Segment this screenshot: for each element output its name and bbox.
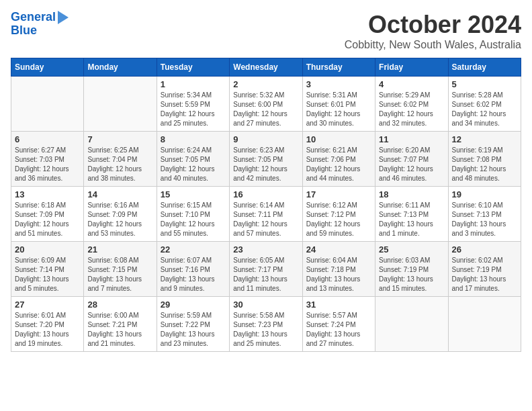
- calendar-table: SundayMondayTuesdayWednesdayThursdayFrid…: [11, 58, 521, 352]
- calendar-day-cell: 13Sunrise: 6:18 AMSunset: 7:09 PMDayligh…: [11, 187, 84, 242]
- calendar-day-cell: 12Sunrise: 6:19 AMSunset: 7:08 PMDayligh…: [448, 132, 521, 187]
- day-info: Sunrise: 5:32 AMSunset: 6:00 PMDaylight:…: [233, 91, 298, 128]
- day-of-week-header: Tuesday: [157, 58, 229, 77]
- day-number: 15: [161, 189, 226, 199]
- day-info: Sunrise: 6:08 AMSunset: 7:15 PMDaylight:…: [87, 256, 152, 293]
- title-block: October 2024 Cobbitty, New South Wales, …: [345, 11, 521, 51]
- day-number: 27: [15, 300, 80, 310]
- calendar-day-cell: [448, 297, 521, 352]
- day-number: 22: [161, 244, 226, 255]
- day-number: 31: [306, 300, 371, 310]
- day-info: Sunrise: 6:02 AMSunset: 7:19 PMDaylight:…: [452, 256, 517, 293]
- calendar-week-row: 27Sunrise: 6:01 AMSunset: 7:20 PMDayligh…: [11, 297, 521, 352]
- day-number: 12: [452, 134, 517, 144]
- calendar-day-cell: 18Sunrise: 6:11 AMSunset: 7:13 PMDayligh…: [375, 187, 448, 242]
- day-info: Sunrise: 6:25 AMSunset: 7:04 PMDaylight:…: [87, 146, 152, 183]
- calendar-day-cell: 25Sunrise: 6:03 AMSunset: 7:19 PMDayligh…: [375, 242, 448, 297]
- day-info: Sunrise: 5:57 AMSunset: 7:24 PMDaylight:…: [306, 311, 371, 349]
- calendar-title: October 2024: [345, 11, 521, 39]
- calendar-day-cell: 15Sunrise: 6:15 AMSunset: 7:10 PMDayligh…: [157, 187, 229, 242]
- calendar-day-cell: 11Sunrise: 6:20 AMSunset: 7:07 PMDayligh…: [375, 132, 448, 187]
- day-number: 24: [306, 244, 371, 255]
- day-info: Sunrise: 6:10 AMSunset: 7:13 PMDaylight:…: [452, 201, 517, 238]
- day-info: Sunrise: 5:58 AMSunset: 7:23 PMDaylight:…: [233, 311, 298, 349]
- day-number: 13: [15, 189, 80, 199]
- logo-subtext: Blue: [11, 24, 37, 38]
- logo-text: General: [11, 11, 56, 24]
- calendar-day-cell: 16Sunrise: 6:14 AMSunset: 7:11 PMDayligh…: [230, 187, 302, 242]
- day-number: 3: [306, 79, 371, 89]
- day-info: Sunrise: 6:01 AMSunset: 7:20 PMDaylight:…: [15, 311, 80, 349]
- day-info: Sunrise: 6:14 AMSunset: 7:11 PMDaylight:…: [233, 201, 298, 238]
- calendar-week-row: 6Sunrise: 6:27 AMSunset: 7:03 PMDaylight…: [11, 132, 521, 187]
- day-info: Sunrise: 6:12 AMSunset: 7:12 PMDaylight:…: [306, 201, 371, 238]
- day-info: Sunrise: 5:59 AMSunset: 7:22 PMDaylight:…: [161, 311, 226, 349]
- day-number: 25: [379, 244, 444, 255]
- calendar-day-cell: 7Sunrise: 6:25 AMSunset: 7:04 PMDaylight…: [84, 132, 157, 187]
- day-number: 16: [233, 189, 298, 199]
- day-of-week-header: Friday: [375, 58, 448, 77]
- calendar-day-cell: 1Sunrise: 5:34 AMSunset: 5:59 PMDaylight…: [157, 77, 229, 132]
- day-number: 17: [306, 189, 371, 199]
- calendar-week-row: 13Sunrise: 6:18 AMSunset: 7:09 PMDayligh…: [11, 187, 521, 242]
- calendar-day-cell: 5Sunrise: 5:28 AMSunset: 6:02 PMDaylight…: [448, 77, 521, 132]
- calendar-day-cell: [11, 77, 84, 132]
- day-number: 20: [15, 244, 80, 255]
- calendar-day-cell: 30Sunrise: 5:58 AMSunset: 7:23 PMDayligh…: [230, 297, 302, 352]
- day-info: Sunrise: 5:34 AMSunset: 5:59 PMDaylight:…: [161, 91, 226, 128]
- calendar-week-row: 20Sunrise: 6:09 AMSunset: 7:14 PMDayligh…: [11, 242, 521, 297]
- day-info: Sunrise: 5:28 AMSunset: 6:02 PMDaylight:…: [452, 91, 517, 128]
- day-info: Sunrise: 6:23 AMSunset: 7:05 PMDaylight:…: [233, 146, 298, 183]
- day-info: Sunrise: 5:31 AMSunset: 6:01 PMDaylight:…: [306, 91, 371, 128]
- calendar-day-cell: 20Sunrise: 6:09 AMSunset: 7:14 PMDayligh…: [11, 242, 84, 297]
- day-of-week-header: Monday: [84, 58, 157, 77]
- day-number: 5: [452, 79, 517, 89]
- day-number: 9: [233, 134, 298, 144]
- day-of-week-header: Thursday: [302, 58, 375, 77]
- day-number: 11: [379, 134, 444, 144]
- day-number: 29: [161, 300, 226, 310]
- day-info: Sunrise: 6:09 AMSunset: 7:14 PMDaylight:…: [15, 256, 80, 293]
- calendar-day-cell: 17Sunrise: 6:12 AMSunset: 7:12 PMDayligh…: [302, 187, 375, 242]
- calendar-subtitle: Cobbitty, New South Wales, Australia: [345, 39, 521, 51]
- day-number: 26: [452, 244, 517, 255]
- day-info: Sunrise: 6:20 AMSunset: 7:07 PMDaylight:…: [379, 146, 444, 183]
- day-info: Sunrise: 6:05 AMSunset: 7:17 PMDaylight:…: [233, 256, 298, 293]
- calendar-day-cell: [375, 297, 448, 352]
- day-number: 19: [452, 189, 517, 199]
- calendar-day-cell: 6Sunrise: 6:27 AMSunset: 7:03 PMDaylight…: [11, 132, 84, 187]
- day-number: 10: [306, 134, 371, 144]
- calendar-day-cell: 28Sunrise: 6:00 AMSunset: 7:21 PMDayligh…: [84, 297, 157, 352]
- day-number: 23: [233, 244, 298, 255]
- day-info: Sunrise: 6:19 AMSunset: 7:08 PMDaylight:…: [452, 146, 517, 183]
- calendar-day-cell: 2Sunrise: 5:32 AMSunset: 6:00 PMDaylight…: [230, 77, 302, 132]
- day-of-week-header: Saturday: [448, 58, 521, 77]
- day-info: Sunrise: 6:00 AMSunset: 7:21 PMDaylight:…: [87, 311, 152, 349]
- day-info: Sunrise: 6:16 AMSunset: 7:09 PMDaylight:…: [87, 201, 152, 238]
- calendar-day-cell: [84, 77, 157, 132]
- day-number: 4: [379, 79, 444, 89]
- day-info: Sunrise: 6:11 AMSunset: 7:13 PMDaylight:…: [379, 201, 444, 238]
- day-info: Sunrise: 6:07 AMSunset: 7:16 PMDaylight:…: [161, 256, 226, 293]
- calendar-header-row: SundayMondayTuesdayWednesdayThursdayFrid…: [11, 58, 521, 77]
- day-number: 8: [161, 134, 226, 144]
- calendar-day-cell: 14Sunrise: 6:16 AMSunset: 7:09 PMDayligh…: [84, 187, 157, 242]
- calendar-day-cell: 29Sunrise: 5:59 AMSunset: 7:22 PMDayligh…: [157, 297, 229, 352]
- day-of-week-header: Wednesday: [230, 58, 302, 77]
- day-info: Sunrise: 6:15 AMSunset: 7:10 PMDaylight:…: [161, 201, 226, 238]
- day-info: Sunrise: 6:03 AMSunset: 7:19 PMDaylight:…: [379, 256, 444, 293]
- calendar-week-row: 1Sunrise: 5:34 AMSunset: 5:59 PMDaylight…: [11, 77, 521, 132]
- calendar-day-cell: 8Sunrise: 6:24 AMSunset: 7:05 PMDaylight…: [157, 132, 229, 187]
- calendar-day-cell: 24Sunrise: 6:04 AMSunset: 7:18 PMDayligh…: [302, 242, 375, 297]
- day-number: 1: [161, 79, 226, 89]
- calendar-day-cell: 21Sunrise: 6:08 AMSunset: 7:15 PMDayligh…: [84, 242, 157, 297]
- day-number: 18: [379, 189, 444, 199]
- day-info: Sunrise: 6:24 AMSunset: 7:05 PMDaylight:…: [161, 146, 226, 183]
- day-info: Sunrise: 6:18 AMSunset: 7:09 PMDaylight:…: [15, 201, 80, 238]
- day-number: 2: [233, 79, 298, 89]
- calendar-day-cell: 26Sunrise: 6:02 AMSunset: 7:19 PMDayligh…: [448, 242, 521, 297]
- day-number: 14: [87, 189, 152, 199]
- day-info: Sunrise: 6:04 AMSunset: 7:18 PMDaylight:…: [306, 256, 371, 293]
- calendar-day-cell: 9Sunrise: 6:23 AMSunset: 7:05 PMDaylight…: [230, 132, 302, 187]
- logo-arrow-icon: [58, 11, 69, 24]
